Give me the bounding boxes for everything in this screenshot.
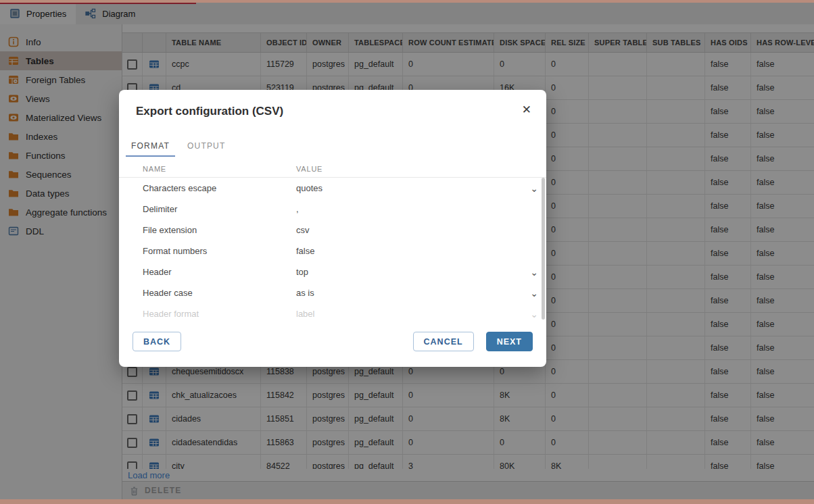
chrome-strip-bottom — [0, 499, 814, 504]
option-name: Delimiter — [119, 204, 296, 214]
export-configuration-dialog: Export configuration (CSV) ✕ FORMAT OUTP… — [119, 90, 546, 367]
export-option-row[interactable]: Header format label ⌄ — [119, 303, 546, 318]
dialog-tab-output[interactable]: OUTPUT — [182, 137, 231, 157]
export-option-row[interactable]: Header case as is ⌄ — [119, 282, 546, 303]
option-name: Header — [119, 267, 296, 277]
dialog-options-list: Characters escape quotes ⌄ Delimiter , ⌄… — [119, 178, 546, 318]
export-option-row[interactable]: Delimiter , ⌄ — [119, 199, 546, 220]
option-value-input[interactable]: csv — [296, 225, 530, 235]
option-value-input[interactable]: top — [296, 267, 530, 277]
close-icon[interactable]: ✕ — [522, 103, 531, 117]
export-option-row[interactable]: File extension csv ⌄ — [119, 220, 546, 241]
dialog-scrollbar[interactable] — [542, 178, 545, 320]
option-name: Header case — [119, 288, 296, 298]
export-option-row[interactable]: Format numbers false ⌄ — [119, 241, 546, 261]
option-value-input[interactable]: as is — [296, 288, 530, 298]
option-value-input[interactable]: quotes — [296, 183, 530, 193]
dialog-grid-header: NAME VALUE — [119, 160, 546, 178]
option-name: Format numbers — [119, 246, 296, 256]
dialog-header-name: NAME — [119, 165, 296, 173]
dialog-tabs: FORMAT OUTPUT — [126, 137, 231, 157]
dialog-header-value: VALUE — [296, 165, 546, 173]
next-button[interactable]: NEXT — [486, 332, 533, 351]
option-value-input[interactable]: false — [296, 246, 530, 256]
dialog-buttons: BACK CANCEL NEXT — [133, 332, 533, 351]
chevron-down-icon: ⌄ — [530, 311, 538, 318]
option-value-input[interactable]: label — [296, 309, 530, 318]
chevron-down-icon: ⌄ — [530, 269, 538, 276]
chevron-down-icon: ⌄ — [530, 185, 538, 192]
cancel-button[interactable]: CANCEL — [413, 332, 474, 351]
dialog-title: Export configuration (CSV) — [136, 105, 283, 118]
option-name: Characters escape — [119, 183, 296, 193]
chevron-down-icon: ⌄ — [530, 290, 538, 297]
chrome-strip-top — [0, 0, 814, 3]
export-option-row[interactable]: Characters escape quotes ⌄ — [119, 178, 546, 199]
back-button[interactable]: BACK — [133, 332, 181, 351]
export-option-row[interactable]: Header top ⌄ — [119, 261, 546, 282]
option-name: Header format — [119, 309, 296, 318]
option-value-input[interactable]: , — [296, 204, 530, 214]
dialog-tab-format[interactable]: FORMAT — [126, 137, 175, 157]
option-name: File extension — [119, 225, 296, 235]
